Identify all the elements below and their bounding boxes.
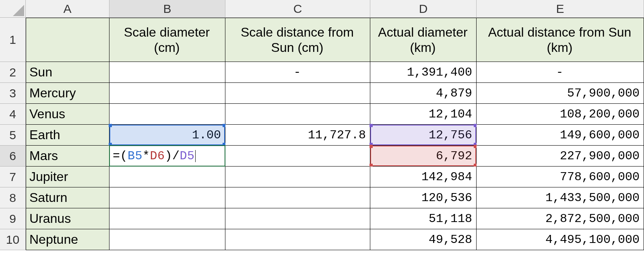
cell-D4[interactable]: 12,104 (370, 104, 477, 125)
text-caret (195, 150, 196, 162)
formula-token: B5 (128, 149, 142, 163)
cell-value: 142,984 (421, 170, 472, 184)
formula-token: D5 (180, 149, 195, 163)
cell-B1[interactable]: Scale diameter (cm) (109, 18, 225, 62)
row-label: Sun (29, 65, 52, 80)
cell-value: 6,792 (436, 149, 472, 163)
cell-B9[interactable] (109, 208, 225, 229)
cell-value: 1,433,500,000 (545, 191, 640, 205)
cell-C2[interactable]: - (225, 62, 370, 83)
cell-C1[interactable]: Scale distance from Sun (cm) (225, 18, 370, 62)
cell-value: 1.00 (192, 128, 221, 142)
col-header-D[interactable]: D (370, 0, 477, 18)
cell-B6[interactable]: =(B5*D6)/D5 (109, 146, 225, 167)
row-label: Venus (29, 107, 65, 121)
cell-value: 49,528 (429, 233, 472, 247)
row-header-7[interactable]: 7 (0, 167, 26, 187)
row-header-3[interactable]: 3 (0, 83, 26, 104)
formula-token: * (142, 149, 150, 163)
select-all-corner[interactable] (0, 0, 26, 18)
cell-A4[interactable]: Venus (26, 104, 109, 125)
col-header-A[interactable]: A (26, 0, 109, 18)
cell-value: 12,756 (429, 128, 472, 142)
cell-C10[interactable] (225, 229, 370, 250)
cell-value: - (556, 66, 563, 79)
cell-E8[interactable]: 1,433,500,000 (477, 187, 644, 208)
cell-A9[interactable]: Uranus (26, 208, 109, 229)
cell-D1[interactable]: Actual diameter (km) (370, 18, 477, 62)
cell-A5[interactable]: Earth (26, 125, 109, 146)
formula-token: D6 (150, 149, 165, 163)
cell-value: 51,118 (429, 212, 472, 226)
cell-B10[interactable] (109, 229, 225, 250)
formula-editor[interactable]: =(B5*D6)/D5 (113, 149, 196, 163)
cell-B2[interactable] (109, 62, 225, 83)
spreadsheet-grid[interactable]: A B C D E 1 Scale diameter (cm) Scale di… (0, 0, 644, 250)
cell-D5[interactable]: 12,756 (370, 125, 477, 146)
row-label: Neptune (29, 232, 78, 247)
cell-D10[interactable]: 49,528 (370, 229, 477, 250)
cell-A2[interactable]: Sun (26, 62, 109, 83)
row-header-2[interactable]: 2 (0, 62, 26, 83)
cell-A8[interactable]: Saturn (26, 187, 109, 208)
cell-D6[interactable]: 6,792 (370, 146, 477, 167)
row-label: Mercury (29, 86, 76, 101)
row-header-5[interactable]: 5 (0, 125, 26, 146)
cell-value: 120,536 (421, 191, 472, 205)
row-header-6[interactable]: 6 (0, 146, 26, 167)
cell-value: 2,872,500,000 (545, 212, 640, 226)
cell-E4[interactable]: 108,200,000 (477, 104, 644, 125)
row-header-10[interactable]: 10 (0, 229, 26, 250)
cell-B5[interactable]: 1.00 (109, 125, 225, 146)
header-text: Scale distance from Sun (cm) (229, 25, 366, 56)
cell-B4[interactable] (109, 104, 225, 125)
cell-C7[interactable] (225, 167, 370, 187)
row-header-4[interactable]: 4 (0, 104, 26, 125)
cell-E1[interactable]: Actual distance from Sun (km) (477, 18, 644, 62)
cell-B7[interactable] (109, 167, 225, 187)
header-text: Scale diameter (cm) (113, 25, 221, 56)
cell-A10[interactable]: Neptune (26, 229, 109, 250)
cell-value: 4,879 (436, 86, 472, 100)
cell-value: 1,391,400 (407, 66, 472, 79)
row-header-8[interactable]: 8 (0, 187, 26, 208)
cell-A3[interactable]: Mercury (26, 83, 109, 104)
cell-E5[interactable]: 149,600,000 (477, 125, 644, 146)
row-label: Earth (29, 128, 60, 142)
cell-D3[interactable]: 4,879 (370, 83, 477, 104)
cell-E7[interactable]: 778,600,000 (477, 167, 644, 187)
cell-value: 108,200,000 (560, 107, 640, 121)
col-header-C[interactable]: C (225, 0, 370, 18)
row-label: Uranus (29, 211, 71, 226)
cell-C3[interactable] (225, 83, 370, 104)
cell-C6[interactable] (225, 146, 370, 167)
cell-E10[interactable]: 4,495,100,000 (477, 229, 644, 250)
row-header-1[interactable]: 1 (0, 18, 26, 62)
cell-D7[interactable]: 142,984 (370, 167, 477, 187)
cell-C9[interactable] (225, 208, 370, 229)
cell-B8[interactable] (109, 187, 225, 208)
col-header-E[interactable]: E (477, 0, 644, 18)
cell-A6[interactable]: Mars (26, 146, 109, 167)
cell-value: 778,600,000 (560, 170, 640, 184)
col-header-B[interactable]: B (109, 0, 225, 18)
cell-E2[interactable]: - (477, 62, 644, 83)
cell-B3[interactable] (109, 83, 225, 104)
cell-value: 57,900,000 (567, 86, 640, 100)
header-text: Actual diameter (km) (374, 25, 472, 56)
cell-E9[interactable]: 2,872,500,000 (477, 208, 644, 229)
cell-C5[interactable]: 11,727.8 (225, 125, 370, 146)
row-header-9[interactable]: 9 (0, 208, 26, 229)
cell-D2[interactable]: 1,391,400 (370, 62, 477, 83)
cell-C4[interactable] (225, 104, 370, 125)
cell-D9[interactable]: 51,118 (370, 208, 477, 229)
cell-C8[interactable] (225, 187, 370, 208)
cell-E3[interactable]: 57,900,000 (477, 83, 644, 104)
cell-E6[interactable]: 227,900,000 (477, 146, 644, 167)
cell-D8[interactable]: 120,536 (370, 187, 477, 208)
cell-value: - (293, 66, 301, 79)
cell-A1[interactable] (26, 18, 109, 62)
cell-A7[interactable]: Jupiter (26, 167, 109, 187)
cell-value: 4,495,100,000 (545, 233, 640, 247)
cell-value: 227,900,000 (560, 149, 640, 163)
